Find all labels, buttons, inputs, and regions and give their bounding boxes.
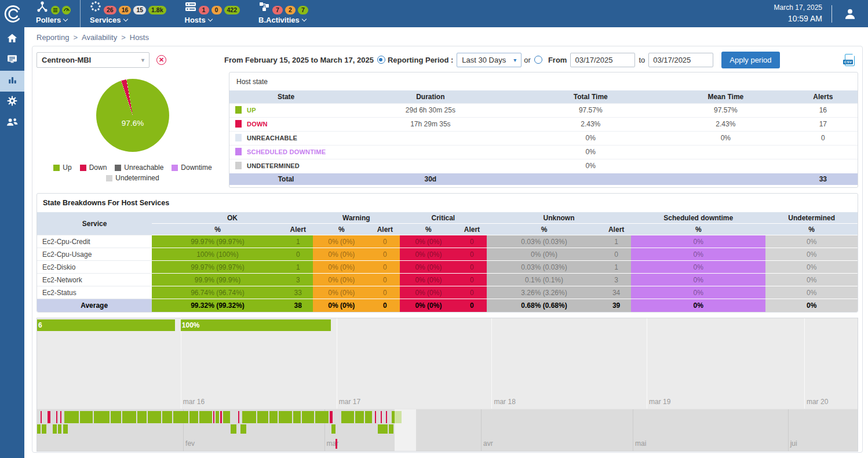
ok_alert-cell: 3 <box>283 274 313 286</box>
state-breakdowns-card: State Breakdowns For Host Services Servi… <box>37 193 858 312</box>
status-badge[interactable]: 15 <box>133 6 146 14</box>
service-name: Average <box>37 299 152 312</box>
csv-chip-label: CSV <box>843 60 853 64</box>
unknown_alert-cell: 1 <box>601 261 631 274</box>
from-date-input[interactable] <box>570 53 635 67</box>
navigator-segment <box>365 411 372 423</box>
menu-bactivities[interactable]: 727B.Activities <box>249 0 318 27</box>
status-badge[interactable]: 16 <box>119 6 132 14</box>
navigator-month-label: fev <box>185 439 195 448</box>
host-select[interactable]: Centreon-MBI ▾ <box>37 52 149 68</box>
user-menu-button[interactable] <box>832 6 868 21</box>
status-badge[interactable]: 1.8k <box>148 6 166 14</box>
breadcrumb-item-hosts[interactable]: Hosts <box>130 33 149 42</box>
configuration-icon <box>6 95 18 109</box>
total-row: Total30d33 <box>229 173 858 185</box>
table-row: Ec2-Cpu-Credit99.97% (99.97%)10% (0%)00%… <box>37 235 858 248</box>
menu-label: B.Activities <box>258 16 300 24</box>
navigator-gridline <box>788 409 789 451</box>
legend-row: Undetermined <box>53 174 211 182</box>
breakdown-sub-header: Alert <box>601 224 631 235</box>
sidebar-item-configuration[interactable] <box>0 92 24 112</box>
sidebar-item-monitoring[interactable] <box>0 50 24 71</box>
navigator-month-label: mai <box>635 439 646 448</box>
csv-fold-shape <box>852 53 855 57</box>
navigator-segment <box>240 424 246 434</box>
state-cell: UNDETERMINED <box>229 159 342 173</box>
reporting-period-radio[interactable] <box>377 56 385 64</box>
navigator-segment <box>386 411 387 423</box>
navigator-segment <box>216 411 219 423</box>
navigator-segment <box>302 411 314 423</box>
breadcrumb-item-reporting[interactable]: Reporting <box>37 33 69 42</box>
state-breakdowns-table: ServiceOKWarningCriticalUnknownScheduled… <box>37 212 858 312</box>
table-row: UNREACHABLE0%0%0 <box>229 131 858 145</box>
list-badge-icon[interactable] <box>51 6 60 14</box>
table-row: DOWN17h 29m 35s2.43%2.43%17 <box>229 117 858 131</box>
warning-cell: 0% (0%) <box>313 286 370 299</box>
apply-period-button[interactable]: Apply period <box>721 52 779 68</box>
status-badge[interactable]: 0 <box>211 6 222 14</box>
clear-host-filter-button[interactable]: ✕ <box>156 55 166 65</box>
legend-item-down: Down <box>80 163 107 172</box>
chevron-down-icon: ▾ <box>141 57 144 63</box>
state-cell: UP <box>229 103 342 117</box>
navigator-segment <box>315 411 329 423</box>
critical_alert-cell: 0 <box>457 261 487 274</box>
table-row: UNDETERMINED0% <box>229 159 858 173</box>
breakdown-sub-header: Alert <box>457 224 487 235</box>
breadcrumb: Reporting>Availability>Hosts <box>24 27 868 46</box>
breadcrumb-item-availability[interactable]: Availability <box>82 33 117 42</box>
legend-item-unreachable: Unreachable <box>115 163 163 172</box>
ok-cell: 99.97% (99.97%) <box>152 235 283 248</box>
period-range-text: From February 15, 2025 to March 17, 2025 <box>224 56 374 64</box>
current-date: March 17, 2025 <box>774 3 822 13</box>
timeline-window: mar 16mar 17mar 18mar 19mar 206100% <box>37 318 858 409</box>
average-row: Average99.32% (99.32%)380% (0%)00% (0%)0… <box>37 299 858 312</box>
scheduled_downtime-cell: 0% <box>631 299 765 312</box>
critical_alert-cell: 0 <box>457 299 487 312</box>
ba-icon <box>258 1 270 14</box>
navigator-gridline <box>633 409 633 451</box>
critical_alert-cell: 0 <box>457 248 487 261</box>
navigator-segment <box>162 411 172 423</box>
status-badge[interactable]: 1 <box>199 6 209 14</box>
status-badge[interactable]: 422 <box>224 6 240 14</box>
state-breakdowns-title: State Breakdowns For Host Services <box>37 194 858 212</box>
navigator-viewport-handle[interactable] <box>395 409 416 451</box>
pie-value-label: 97.6% <box>122 118 144 127</box>
ok-cell: 96.74% (96.74%) <box>152 286 283 299</box>
menu-pollers[interactable]: Pollers <box>27 0 80 27</box>
sidebar-item-home[interactable] <box>0 29 24 50</box>
status-badge[interactable]: 2 <box>285 6 296 14</box>
scheduled_downtime-cell: 0% <box>631 286 765 299</box>
sidebar-item-administration[interactable] <box>0 112 24 133</box>
status-badge[interactable]: 7 <box>298 6 308 14</box>
period-select[interactable]: Last 30 Days ▾ <box>457 53 521 67</box>
to-date-input[interactable] <box>648 53 713 67</box>
pollers-icon <box>36 1 49 14</box>
status-badge[interactable]: 26 <box>104 6 116 14</box>
navigator-segment <box>242 411 256 423</box>
centreon-logo[interactable] <box>0 0 27 27</box>
navigator-segment <box>389 424 393 434</box>
menu-services[interactable]: 2616151.8kServices <box>80 0 176 27</box>
administration-icon <box>6 116 19 130</box>
navigator-segment <box>257 411 268 423</box>
warning_alert-cell: 0 <box>370 235 400 248</box>
total_time-value: 0% <box>519 159 663 173</box>
reporting-icon <box>7 75 18 88</box>
status-badge[interactable]: 7 <box>272 6 283 14</box>
ok_alert-cell: 0 <box>283 248 313 261</box>
custom-period-radio[interactable] <box>534 56 542 64</box>
csv-export-icon[interactable]: CSV <box>845 54 855 66</box>
navigator-segment <box>80 411 92 423</box>
sidebar-item-reporting[interactable] <box>0 71 24 92</box>
ok_alert-cell: 38 <box>283 299 313 312</box>
gauge-badge-icon[interactable] <box>62 6 71 14</box>
breakdown-group-header: Warning <box>313 212 400 224</box>
menu-hosts[interactable]: 10422Hosts <box>176 0 250 27</box>
timeline-gridline <box>647 318 647 409</box>
table-row: UP29d 6h 30m 25s97.57%97.57%16 <box>229 103 858 117</box>
host-state-col-header: Mean Time <box>663 90 789 103</box>
